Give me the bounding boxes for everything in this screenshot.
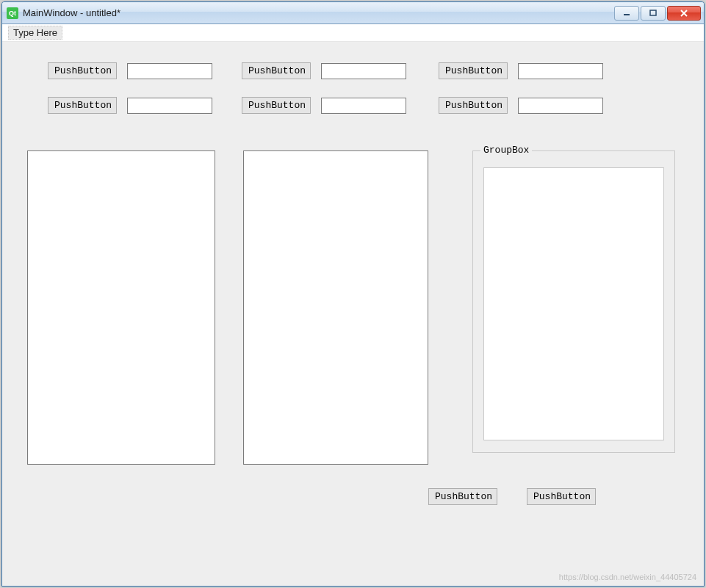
svg-rect-1 <box>650 10 656 15</box>
push-button-bottom-2[interactable]: PushButton <box>527 488 596 505</box>
group-box-content[interactable] <box>483 167 664 440</box>
group-box-title: GroupBox <box>480 145 532 156</box>
qt-icon: Qt <box>7 7 18 19</box>
close-button[interactable] <box>667 6 701 21</box>
push-button-2-1[interactable]: PushButton <box>48 97 117 114</box>
group-box: GroupBox <box>472 150 675 453</box>
menu-type-here[interactable]: Type Here <box>8 26 62 40</box>
line-edit-2-3[interactable] <box>518 98 603 114</box>
watermark-text: https://blog.csdn.net/weixin_44405724 <box>559 573 696 581</box>
line-edit-1-2[interactable] <box>321 63 406 79</box>
window-controls <box>614 6 701 21</box>
window-title: MainWindow - untitled* <box>23 7 614 18</box>
line-edit-2-2[interactable] <box>321 98 406 114</box>
line-edit-1-3[interactable] <box>518 63 603 79</box>
push-button-1-1[interactable]: PushButton <box>48 62 117 79</box>
line-edit-1-1[interactable] <box>127 63 212 79</box>
list-widget-2[interactable] <box>243 150 428 465</box>
push-button-1-2[interactable]: PushButton <box>242 62 311 79</box>
form-canvas[interactable]: PushButton PushButton PushButton PushBut… <box>2 42 704 586</box>
push-button-2-3[interactable]: PushButton <box>439 97 508 114</box>
maximize-button[interactable] <box>641 6 666 21</box>
minimize-button[interactable] <box>614 6 639 21</box>
push-button-1-3[interactable]: PushButton <box>439 62 508 79</box>
title-bar[interactable]: Qt MainWindow - untitled* <box>2 2 704 24</box>
menu-bar[interactable]: Type Here <box>2 24 704 42</box>
push-button-bottom-1[interactable]: PushButton <box>428 488 497 505</box>
push-button-2-2[interactable]: PushButton <box>242 97 311 114</box>
main-window: Qt MainWindow - untitled* Type Here Push… <box>1 1 705 587</box>
line-edit-2-1[interactable] <box>127 98 212 114</box>
list-widget-1[interactable] <box>27 150 215 465</box>
